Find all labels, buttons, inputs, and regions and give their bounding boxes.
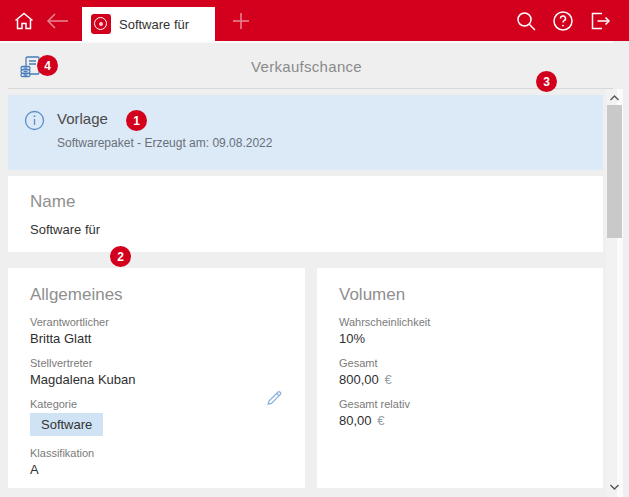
field-gesamt: Gesamt 800,00 € (339, 357, 581, 387)
field-value: 800,00 € (339, 372, 581, 387)
scrollbar (606, 89, 623, 497)
toolbar: Verkaufschance Bearbeiten (0, 41, 613, 89)
step-badge-2: 2 (110, 246, 131, 267)
field-value: A (30, 462, 283, 477)
scroll-up-icon[interactable] (608, 93, 621, 103)
field-label: Stellvertreter (30, 357, 283, 369)
field-value: Britta Glatt (30, 331, 283, 346)
tab-label: Software für (119, 17, 189, 32)
info-box-title: Vorlage (57, 110, 108, 127)
field-label: Wahrscheinlichkeit (339, 316, 581, 328)
app-header: Software für (0, 0, 629, 41)
field-label: Gesamt (339, 357, 581, 369)
search-icon[interactable] (515, 10, 537, 32)
volumen-heading: Volumen (339, 285, 581, 305)
field-label: Klassifikation (30, 447, 283, 459)
logout-icon[interactable] (589, 10, 611, 32)
category-chip: Software (30, 413, 103, 436)
step-badge-3: 3 (536, 71, 557, 92)
field-value: Magdalena Kuban (30, 372, 283, 387)
app-window: Software für Verkaufschance (0, 0, 629, 497)
field-verantwortlicher: Verantwortlicher Britta Glatt (30, 316, 283, 346)
field-klassifikation: Klassifikation A (30, 447, 283, 477)
page-title: Verkaufschance (0, 58, 613, 75)
back-icon[interactable] (44, 11, 70, 31)
step-badge-1: 1 (126, 110, 147, 131)
help-icon[interactable] (552, 10, 574, 32)
home-icon[interactable] (13, 10, 35, 32)
info-box-subtitle: Softwarepaket - Erzeugt am: 09.08.2022 (57, 136, 272, 150)
field-wahrscheinlichkeit: Wahrscheinlichkeit 10% (339, 316, 581, 346)
template-info-box: Vorlage Softwarepaket - Erzeugt am: 09.0… (8, 95, 603, 170)
field-kategorie: Kategorie Software (30, 398, 283, 436)
field-label: Kategorie (30, 398, 283, 410)
field-value: 80,00 € (339, 413, 581, 428)
name-card-heading: Name (30, 192, 581, 212)
volumen-card: Volumen Wahrscheinlichkeit 10% Gesamt 80… (317, 268, 603, 488)
field-stellvertreter: Stellvertreter Magdalena Kuban (30, 357, 283, 387)
field-label: Gesamt relativ (339, 398, 581, 410)
name-card: Name Software für (8, 176, 603, 252)
field-value: 10% (339, 331, 581, 346)
step-badge-4: 4 (37, 55, 58, 76)
scroll-down-icon[interactable] (608, 482, 621, 492)
tab-software-fuer[interactable]: Software für (82, 7, 215, 41)
field-gesamt-relativ: Gesamt relativ 80,00 € (339, 398, 581, 428)
field-label: Verantwortlicher (30, 316, 283, 328)
edit-pencil-icon[interactable] (264, 388, 284, 408)
opportunity-icon (91, 14, 111, 34)
allgemeines-card: Allgemeines Verantwortlicher Britta Glat… (8, 268, 305, 488)
currency-suffix: € (384, 372, 391, 387)
add-tab-icon[interactable] (231, 11, 251, 31)
name-card-value: Software für (30, 222, 581, 237)
scrollbar-thumb[interactable] (607, 105, 622, 238)
allgemeines-heading: Allgemeines (30, 285, 283, 305)
currency-suffix: € (377, 413, 384, 428)
info-icon (24, 110, 45, 131)
